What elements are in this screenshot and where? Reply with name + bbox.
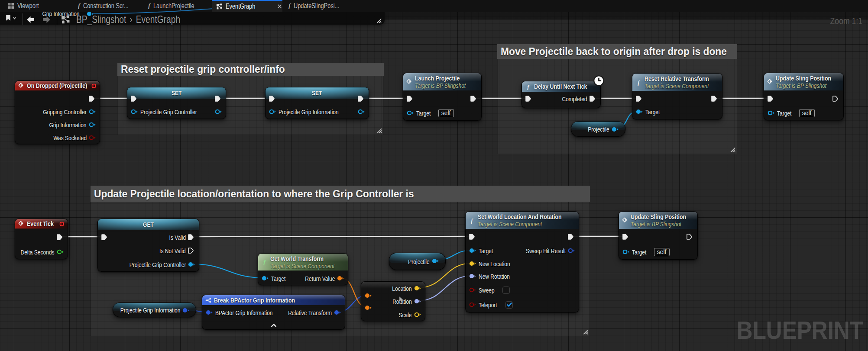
exec-pin[interactable] [711, 96, 719, 102]
delegate-icon[interactable] [59, 222, 64, 226]
object-pin[interactable] [131, 109, 138, 115]
node-set-grip-information[interactable]: SETProjectile Grip Information [265, 87, 369, 119]
comment-resize-handle[interactable] [729, 146, 736, 153]
node-update-sling-position-bottom[interactable]: Update Sling PositionTarget is BP Slings… [619, 211, 698, 260]
node-get-grip-controller[interactable]: GETIs ValidIs Not ValidProjectile Grip C… [97, 219, 199, 272]
node-header[interactable]: On Dropped (Projectile) [15, 81, 100, 90]
vector-pin[interactable] [414, 285, 421, 291]
rotator-pin[interactable] [414, 298, 421, 304]
struct-pin[interactable] [334, 309, 341, 316]
exec-pin[interactable] [589, 96, 597, 102]
exec-pin[interactable] [188, 234, 195, 240]
object-pin[interactable] [612, 126, 619, 132]
exec-pin[interactable] [687, 234, 694, 240]
exec-pin[interactable] [469, 234, 476, 240]
object-pin[interactable] [407, 110, 414, 116]
collapse-chevron[interactable] [270, 322, 277, 328]
node-break-transform[interactable]: LocationRotationScale [361, 281, 425, 321]
exec-pin[interactable] [269, 96, 276, 102]
node-update-sling-position-top[interactable]: Update Sling PositionTarget is BP Slings… [764, 73, 844, 120]
node-delay-until-next-tick[interactable]: fDelay Until Next TickCompleted [521, 81, 601, 108]
comment-resize-handle[interactable] [376, 127, 382, 134]
node-header[interactable]: fDelay Until Next Tick [522, 81, 600, 92]
comment-title-bar[interactable]: Update Projectile location/orientation t… [91, 186, 590, 202]
breadcrumb-item[interactable]: BP_Slingshot [76, 13, 126, 25]
comment-title-bar[interactable]: Move Projectile back to origin after dro… [497, 44, 737, 59]
self-context-field[interactable]: self [654, 248, 670, 256]
transform-pin[interactable] [337, 275, 344, 281]
checkbox-unchecked[interactable] [502, 287, 510, 294]
object-pin[interactable] [89, 122, 96, 128]
exec-pin[interactable] [358, 96, 365, 102]
exec-pin[interactable] [525, 96, 533, 102]
node-set-grip-controller[interactable]: SETProjectile Grip Controller [127, 87, 226, 119]
bookmark-icon[interactable] [5, 14, 12, 21]
bool-pin[interactable] [89, 135, 96, 141]
vector-pin[interactable] [469, 261, 476, 267]
comment-resize-handle[interactable] [582, 328, 589, 335]
node-pgi-pill[interactable]: Projectile Grip Information [113, 303, 196, 317]
vector-pin[interactable] [414, 312, 421, 318]
exec-pin[interactable] [89, 96, 96, 102]
tab-launch-projectile[interactable]: fLaunchProjectile [144, 0, 209, 12]
offscreen-node-strip[interactable]: Grip Information [0, 12, 385, 25]
object-pin[interactable] [215, 109, 222, 115]
node-header[interactable]: Break BPActor Grip Information [202, 295, 345, 305]
tab-update-sling-position[interactable]: fUpdateSlingPosi... [284, 0, 355, 12]
node-on-dropped[interactable]: On Dropped (Projectile)Gripping Controll… [15, 81, 100, 144]
exec-pin[interactable] [636, 96, 643, 102]
checkbox-checked[interactable] [505, 301, 513, 309]
object-pin[interactable] [89, 109, 96, 115]
node-header[interactable]: Update Sling PositionTarget is BP Slings… [619, 212, 697, 229]
self-context-field[interactable]: self [799, 109, 815, 117]
object-pin[interactable] [469, 248, 476, 254]
object-pin[interactable] [269, 109, 276, 115]
bool-pin[interactable] [469, 302, 476, 308]
node-header[interactable]: Update Sling PositionTarget is BP Slings… [764, 73, 843, 90]
object-pin[interactable] [432, 258, 439, 264]
tab-construction-script[interactable]: fConstruction Scr... [74, 0, 144, 12]
node-event-tick[interactable]: Event TickDelta Seconds [15, 219, 68, 259]
node-projectile-pill-top[interactable]: Projectile [571, 121, 625, 137]
clock-icon[interactable] [593, 75, 604, 86]
comment-title-bar[interactable]: Reset projectile grip controller/info [117, 63, 384, 76]
object-pin[interactable] [622, 249, 630, 255]
forward-arrow-icon[interactable] [42, 16, 51, 24]
exec-pin[interactable] [57, 234, 64, 240]
node-reset-relative-transform[interactable]: fReset Relative TransformTarget is Scene… [632, 73, 722, 119]
object-pin[interactable] [358, 109, 365, 115]
exec-pin[interactable] [832, 96, 840, 102]
self-context-field[interactable]: self [438, 109, 454, 117]
exec-pin[interactable] [131, 96, 138, 102]
exec-pin[interactable] [768, 96, 775, 102]
object-pin[interactable] [262, 275, 269, 281]
tab-close-button[interactable] [277, 3, 282, 9]
node-launch-projectile-node[interactable]: Launch ProjectileTarget is BP SlingshotT… [403, 73, 482, 121]
transform-pin[interactable] [365, 293, 372, 299]
struct-pin[interactable] [568, 248, 575, 254]
exec-pin[interactable] [188, 248, 195, 254]
object-pin[interactable] [188, 261, 195, 267]
tab-event-graph[interactable]: EventGraph [212, 0, 282, 12]
struct-pin[interactable] [206, 309, 213, 316]
object-pin[interactable] [636, 109, 643, 115]
exec-pin[interactable] [470, 96, 478, 102]
rotator-pin[interactable] [469, 273, 476, 279]
chevron-down-icon[interactable] [12, 15, 17, 21]
node-header[interactable]: Launch ProjectileTarget is BP Slingshot [403, 73, 481, 90]
float-pin[interactable] [57, 249, 64, 255]
event-graph-canvas[interactable]: Grip Information BP_Slingshot›EventGraph… [0, 12, 868, 351]
tab-viewport[interactable]: Viewport [3, 0, 49, 12]
node-projectile-pill-bottom[interactable]: Projectile [389, 253, 446, 270]
node-header[interactable]: fSet World Location And RotationTarget i… [466, 212, 579, 229]
back-arrow-icon[interactable] [26, 16, 35, 24]
delegate-icon[interactable] [91, 84, 96, 88]
object-pin[interactable] [768, 110, 775, 116]
node-header[interactable]: fReset Relative TransformTarget is Scene… [632, 74, 722, 91]
node-set-world-location-rotation[interactable]: fSet World Location And RotationTarget i… [465, 211, 579, 312]
exec-pin[interactable] [407, 96, 414, 102]
exec-pin[interactable] [568, 234, 575, 240]
breadcrumb-item[interactable]: EventGraph [136, 13, 180, 25]
node-break-grip-information[interactable]: Break BPActor Grip InformationBPActor Gr… [202, 295, 345, 330]
node-get-world-transform[interactable]: fGet World TransformTarget is Scene Comp… [258, 253, 348, 285]
